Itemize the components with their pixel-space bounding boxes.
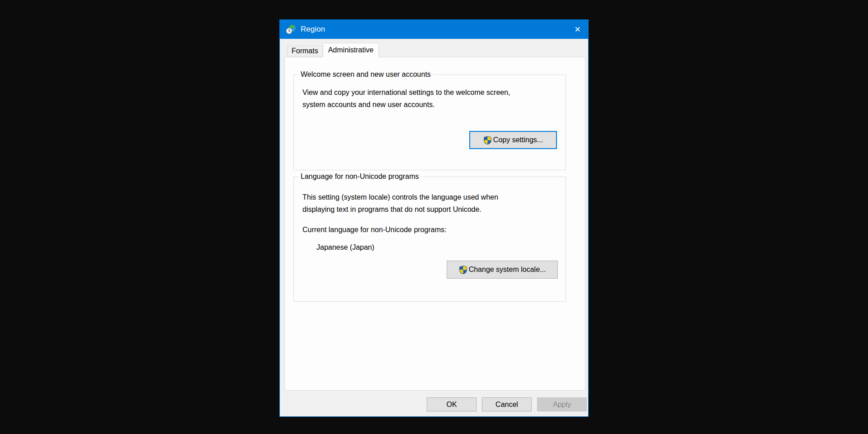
change-system-locale-label: Change system locale...	[469, 266, 546, 274]
uac-shield-icon	[483, 136, 492, 145]
window-title: Region	[301, 25, 325, 34]
copy-settings-label: Copy settings...	[493, 136, 543, 144]
copy-settings-button[interactable]: Copy settings...	[469, 131, 557, 149]
non-unicode-language-group: Language for non-Unicode programs This s…	[293, 177, 566, 302]
region-icon	[286, 24, 297, 35]
welcome-group-description: View and copy your international setting…	[302, 86, 510, 111]
region-dialog: Region ✕ Formats Administrative Welcome …	[279, 19, 589, 417]
ok-button[interactable]: OK	[427, 397, 476, 411]
tab-administrative[interactable]: Administrative	[323, 43, 379, 57]
apply-button[interactable]: Apply	[537, 397, 587, 411]
title-bar: Region ✕	[280, 20, 588, 39]
uac-shield-icon	[459, 266, 467, 274]
change-system-locale-button[interactable]: Change system locale...	[447, 261, 558, 279]
tab-formats[interactable]: Formats	[287, 46, 323, 56]
tab-strip: Formats Administrative	[287, 43, 379, 57]
close-button[interactable]: ✕	[567, 20, 588, 39]
welcome-group-title: Welcome screen and new user accounts	[298, 70, 433, 79]
administrative-tab-page: Welcome screen and new user accounts Vie…	[284, 57, 585, 391]
welcome-accounts-group: Welcome screen and new user accounts Vie…	[293, 75, 566, 170]
locale-group-description: This setting (system locale) controls th…	[302, 191, 498, 215]
current-language-label: Current language for non-Unicode program…	[302, 226, 446, 234]
close-icon: ✕	[574, 25, 580, 34]
current-language-value: Japanese (Japan)	[316, 243, 374, 252]
locale-group-title: Language for non-Unicode programs	[298, 173, 421, 181]
cancel-button[interactable]: Cancel	[482, 397, 532, 411]
